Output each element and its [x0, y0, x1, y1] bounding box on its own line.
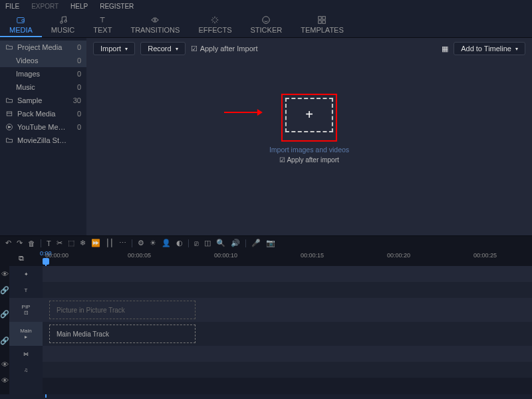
undo-icon[interactable]: ↶ [5, 239, 11, 247]
visibility-icon[interactable]: 👁 [0, 266, 9, 282]
apply-after-import-inline[interactable]: ☑ Apply after import [269, 156, 349, 163]
menu-export[interactable]: EXPORT [31, 3, 59, 10]
text-tool-icon[interactable]: T [47, 239, 51, 247]
tool-icon[interactable]: ⎚ [194, 239, 199, 247]
delete-icon[interactable]: 🗑 [28, 239, 35, 247]
sidebar-youtube[interactable]: YouTube Me…0 [0, 120, 86, 134]
music-icon [59, 15, 68, 25]
annotation-highlight: + [281, 93, 337, 141]
effects-track[interactable] [43, 266, 532, 282]
tab-text[interactable]: TEXT [84, 13, 121, 37]
timeline-tracks[interactable]: Picture in Picture Track Main Media Trac… [43, 266, 532, 394]
checkbox-icon: ☑ [191, 45, 198, 53]
menu-register[interactable]: REGISTER [100, 3, 134, 10]
media-icon [16, 15, 25, 25]
layers-icon[interactable]: ⧉ [19, 254, 24, 263]
text-track[interactable] [43, 282, 532, 298]
apply-after-import-checkbox[interactable]: ☑Apply after Import [191, 45, 258, 53]
sidebar-pack-media[interactable]: Pack Media0 [0, 107, 86, 120]
import-caption[interactable]: Import images and videos [269, 145, 349, 153]
folder-icon [5, 136, 13, 144]
main-track[interactable]: Main Media Track [43, 322, 532, 346]
timeline-ruler[interactable]: ⧉ 0:00 00:00:00 00:00:05 00:00:10 00:00:… [0, 250, 532, 266]
import-button[interactable]: Import▾ [93, 42, 135, 55]
tab-templates[interactable]: TEMPLATES [291, 13, 353, 37]
track-main[interactable]: Main▸ [9, 322, 43, 346]
menu-file[interactable]: FILE [5, 3, 19, 10]
folder-icon [5, 43, 13, 51]
sidebar-project-media[interactable]: Project Media0 [0, 41, 86, 54]
text-icon [98, 15, 107, 25]
adjust-icon[interactable]: ⬚ [68, 239, 74, 247]
speed-icon[interactable]: ⏩ [91, 239, 100, 247]
link-icon[interactable]: 🔗 [0, 282, 9, 298]
freeze-icon[interactable]: ❄ [80, 239, 86, 247]
main-area: Project Media0 Videos0 Images0 Music0 Sa… [0, 38, 532, 235]
menu-help[interactable]: HELP [70, 3, 88, 10]
audio-track[interactable] [43, 362, 532, 378]
music-icon: ♫ [24, 367, 28, 373]
add-to-timeline-button[interactable]: Add to Timeline▾ [454, 42, 525, 55]
zoom-icon[interactable]: 🔍 [216, 239, 225, 247]
sidebar-videos[interactable]: Videos0 [0, 54, 86, 67]
visibility-icon[interactable]: 👁 [0, 372, 9, 388]
svg-rect-7 [319, 21, 321, 23]
track-pip[interactable]: PIP⊡ [9, 298, 43, 322]
more-icon[interactable]: ⋯ [119, 239, 126, 247]
tab-music[interactable]: MUSIC [42, 13, 84, 37]
cut-icon[interactable]: ✂ [57, 239, 63, 247]
transitions-icon [150, 15, 160, 25]
annotation-arrow [224, 106, 263, 117]
timeline-gutter: 👁 🔗 🔗 🔗 👁 👁 [0, 266, 9, 394]
camera-icon[interactable]: 📷 [266, 239, 275, 247]
box-icon [5, 110, 13, 118]
record-button[interactable]: Record▾ [140, 42, 185, 55]
track-text[interactable]: T [9, 282, 43, 298]
sidebar-moviezilla[interactable]: MovieZilla St… [0, 134, 86, 147]
tab-transitions[interactable]: TRANSITIONS [121, 13, 189, 37]
split-icon[interactable]: ⎮⎮ [106, 239, 114, 247]
link-icon[interactable]: 🔗 [0, 332, 9, 348]
playhead[interactable] [43, 258, 49, 265]
transition-icon: ⋈ [23, 351, 29, 357]
svg-rect-6 [323, 17, 325, 19]
sticker-icon [261, 15, 271, 25]
sparkle-icon: ✦ [24, 271, 29, 277]
track-effects[interactable]: ✦ [9, 266, 43, 282]
track-transition[interactable]: ⋈ [9, 346, 43, 362]
import-drop-area[interactable]: + Import images and videos ☑ Apply after… [269, 93, 349, 163]
track-audio[interactable]: ♫ [9, 362, 43, 378]
pip-icon: ⊡ [24, 310, 29, 316]
mask-icon[interactable]: ◐ [176, 239, 183, 247]
chevron-down-icon: ▾ [125, 46, 128, 52]
redo-icon[interactable]: ↷ [17, 239, 23, 247]
import-plus-box[interactable]: + [285, 97, 333, 132]
sidebar-sample[interactable]: Sample30 [0, 94, 86, 107]
grid-view-icon[interactable]: ▦ [442, 45, 448, 53]
folder-icon [5, 96, 13, 104]
tab-sticker[interactable]: STICKER [241, 13, 292, 37]
tracks-corner: ⧉ [0, 250, 43, 266]
audio-icon[interactable]: 🔊 [231, 239, 240, 247]
ruler-tick: 00:00:20 [387, 252, 410, 259]
settings-icon[interactable]: ⚙ [138, 239, 144, 247]
text-icon: T [25, 287, 28, 293]
tab-effects[interactable]: EFFECTS [189, 13, 241, 37]
main-track-placeholder: Main Media Track [49, 325, 196, 343]
visibility-icon[interactable]: 👁 [0, 356, 9, 372]
user-icon[interactable]: 👤 [162, 239, 171, 247]
svg-rect-5 [319, 17, 321, 19]
tab-media[interactable]: MEDIA [0, 13, 42, 37]
content: Import▾ Record▾ ☑Apply after Import ▦ Ad… [86, 38, 532, 235]
transition-track[interactable] [43, 346, 532, 362]
sidebar-music[interactable]: Music0 [0, 80, 86, 94]
sun-icon[interactable]: ☀ [150, 239, 156, 247]
mic-icon[interactable]: 🎤 [251, 239, 261, 247]
play-icon: ▸ [25, 334, 27, 340]
sidebar-images[interactable]: Images0 [0, 67, 86, 80]
effects-icon [210, 15, 219, 25]
link-icon[interactable]: 🔗 [0, 306, 9, 322]
pip-track[interactable]: Picture in Picture Track [43, 298, 532, 322]
crop-icon[interactable]: ◫ [204, 239, 211, 247]
ruler-tick: 00:00:05 [128, 252, 151, 259]
